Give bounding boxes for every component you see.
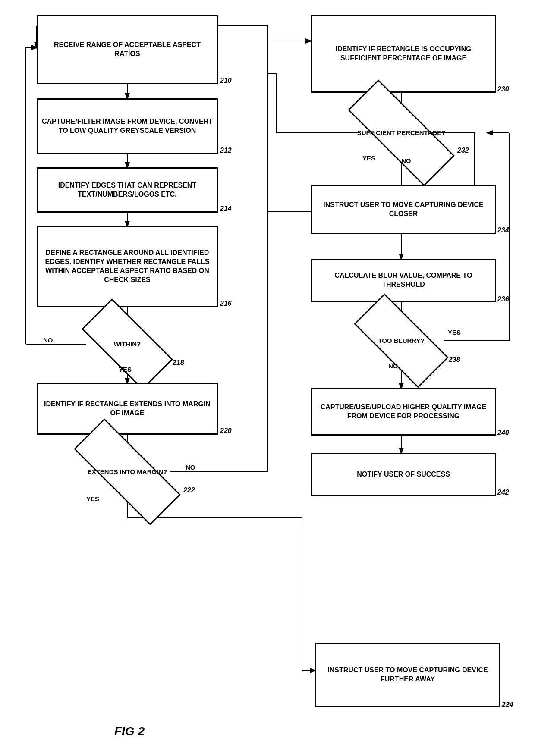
step-218-num: 218 (173, 359, 184, 367)
step-216-box: DEFINE A RECTANGLE AROUND ALL IDENTIFIED… (37, 226, 218, 307)
step-222-num: 222 (183, 486, 195, 494)
flowchart-diagram: RECEIVE RANGE OF ACCEPTABLE ASPECT RATIO… (0, 0, 535, 756)
step-230-num: 230 (497, 85, 509, 93)
step-234-label: INSTRUCT USER TO MOVE CAPTURING DEVICE C… (315, 201, 491, 219)
step-232-diamond: SUFFICIENT PERCENTAGE? (347, 111, 455, 154)
step-222-diamond: EXTENDS INTO MARGIN? (73, 450, 181, 493)
step-232-yes-label: YES (362, 154, 375, 162)
step-218-yes-label: YES (119, 366, 132, 373)
step-242-label: NOTIFY USER OF SUCCESS (357, 470, 450, 479)
step-230-label: IDENTIFY IF RECTANGLE IS OCCUPYING SUFFI… (315, 45, 491, 63)
step-238-label: TOO BLURRY? (378, 337, 425, 345)
step-220-num: 220 (220, 427, 232, 435)
figure-label: FIG 2 (86, 725, 173, 738)
step-236-num: 236 (497, 295, 509, 303)
step-242-box: NOTIFY USER OF SUCCESS (311, 453, 496, 496)
step-232-label: SUFFICIENT PERCENTAGE? (357, 129, 446, 137)
step-224-box: INSTRUCT USER TO MOVE CAPTURING DEVICE F… (315, 643, 500, 707)
step-220-label: IDENTIFY IF RECTANGLE EXTENDS INTO MARGI… (41, 400, 213, 418)
step-234-box: INSTRUCT USER TO MOVE CAPTURING DEVICE C… (311, 185, 496, 234)
step-232-num: 232 (457, 147, 469, 154)
step-222-yes-label: YES (86, 495, 99, 502)
step-240-box: CAPTURE/USE/UPLOAD HIGHER QUALITY IMAGE … (311, 388, 496, 436)
fig-label-text: FIG 2 (114, 725, 145, 738)
step-238-diamond: TOO BLURRY? (356, 319, 447, 362)
step-212-box: CAPTURE/FILTER IMAGE FROM DEVICE, CONVER… (37, 98, 218, 154)
step-214-label: IDENTIFY EDGES THAT CAN REPRESENT TEXT/N… (41, 181, 213, 199)
step-230-box: IDENTIFY IF RECTANGLE IS OCCUPYING SUFFI… (311, 15, 496, 93)
step-214-box: IDENTIFY EDGES THAT CAN REPRESENT TEXT/N… (37, 167, 218, 213)
step-242-num: 242 (497, 489, 509, 496)
step-222-label: EXTENDS INTO MARGIN? (88, 468, 167, 476)
step-236-box: CALCULATE BLUR VALUE, COMPARE TO THRESHO… (311, 259, 496, 302)
step-238-no-label: NO (388, 362, 398, 370)
step-240-num: 240 (497, 429, 509, 437)
step-214-num: 214 (220, 205, 232, 213)
step-212-num: 212 (220, 147, 232, 154)
step-232-no-label: NO (401, 157, 411, 164)
step-216-label: DEFINE A RECTANGLE AROUND ALL IDENTIFIED… (41, 248, 213, 284)
step-210-label: RECEIVE RANGE OF ACCEPTABLE ASPECT RATIO… (41, 41, 213, 59)
step-210-box: RECEIVE RANGE OF ACCEPTABLE ASPECT RATIO… (37, 15, 218, 84)
step-218-label: WITHIN? (114, 340, 141, 348)
step-216-num: 216 (220, 300, 232, 307)
step-212-label: CAPTURE/FILTER IMAGE FROM DEVICE, CONVER… (41, 117, 213, 135)
step-236-label: CALCULATE BLUR VALUE, COMPARE TO THRESHO… (315, 271, 491, 289)
step-222-no-label: NO (186, 464, 195, 471)
step-224-num: 224 (502, 701, 513, 709)
step-220-box: IDENTIFY IF RECTANGLE EXTENDS INTO MARGI… (37, 383, 218, 435)
step-234-num: 234 (497, 226, 509, 234)
step-210-num: 210 (220, 77, 232, 85)
step-238-num: 238 (449, 356, 460, 364)
step-238-yes-label: YES (448, 329, 461, 336)
step-218-no-label: NO (43, 336, 53, 344)
step-224-label: INSTRUCT USER TO MOVE CAPTURING DEVICE F… (320, 666, 496, 684)
step-218-diamond: WITHIN? (84, 323, 170, 366)
step-240-label: CAPTURE/USE/UPLOAD HIGHER QUALITY IMAGE … (315, 403, 491, 421)
